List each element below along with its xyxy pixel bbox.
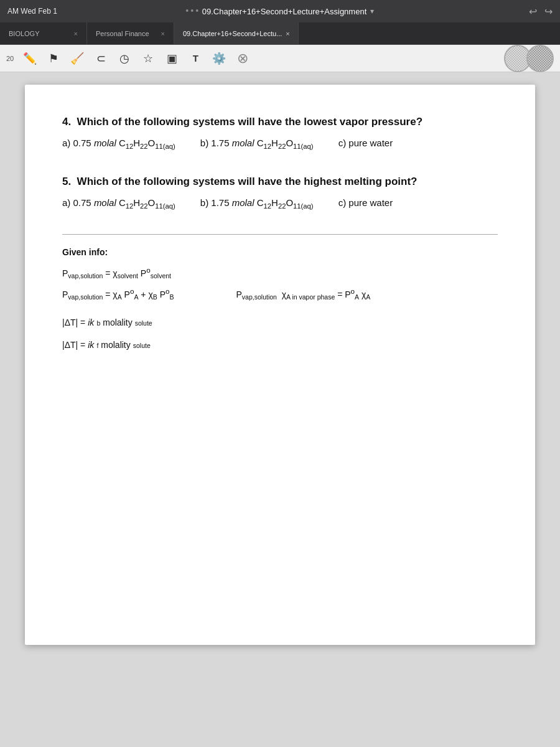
- q5-option-a: a) 0.75 molal C12H22O11(aq): [62, 195, 175, 212]
- clock-icon[interactable]: ◷: [114, 49, 134, 68]
- settings-icon[interactable]: ⚙️: [209, 49, 229, 68]
- formula-1: Pvap,solution = χsolvent Posolvent: [62, 266, 171, 280]
- question-4-title: 4. Which of the following systems will h…: [62, 115, 498, 129]
- title-chevron[interactable]: ▾: [370, 7, 374, 16]
- question-5: 5. Which of the following systems will h…: [62, 174, 498, 212]
- formula-2-left: Pvap,solution = χA PoA + χB PoB: [62, 287, 174, 301]
- document-title: 09.Chapter+16+Second+Lecture+Assignment: [202, 7, 367, 16]
- delta-formulas: |ΔT| = ikb molalitysolute |ΔT| = ikf mol…: [62, 314, 498, 354]
- section-divider: [62, 234, 498, 235]
- menu-bar-left: AM Wed Feb 1: [7, 7, 57, 16]
- question-4-options: a) 0.75 molal C12H22O11(aq) b) 1.75 mola…: [62, 136, 498, 152]
- pencil-icon[interactable]: ✏️: [20, 49, 40, 68]
- tab-chapter16-label: 09.Chapter+16+Second+Lectu...: [183, 30, 282, 37]
- formula-1-block: Pvap,solution = χsolvent Posolvent: [62, 266, 498, 280]
- menu-bar: AM Wed Feb 1 09.Chapter+16+Second+Lectur…: [0, 0, 560, 22]
- star-icon[interactable]: ⚑: [44, 49, 63, 68]
- tab-chapter16-close[interactable]: ×: [286, 30, 289, 37]
- tab-biology-label: BIOLOGY: [9, 30, 40, 37]
- tab-biology[interactable]: BIOLOGY ×: [0, 22, 87, 44]
- page-number: 20: [6, 55, 14, 62]
- given-info-section: Given info: Pvap,solution = χsolvent Pos…: [62, 247, 498, 354]
- menu-dots: [186, 9, 198, 12]
- eraser-icon[interactable]: 🧹: [67, 49, 87, 68]
- q5-option-b: b) 1.75 molal C12H22O11(aq): [200, 195, 314, 212]
- menu-dot-1: [186, 9, 189, 12]
- tab-bar: BIOLOGY × Personal Finance × 09.Chapter+…: [0, 22, 560, 45]
- question-4: 4. Which of the following systems will h…: [62, 115, 498, 152]
- given-info-title: Given info:: [62, 247, 498, 257]
- circle-x-icon[interactable]: ⊗: [233, 49, 253, 68]
- menu-bar-right: ↩ ↪: [529, 6, 553, 17]
- image-icon[interactable]: ▣: [162, 49, 182, 68]
- back-button[interactable]: ↩: [529, 6, 537, 17]
- delta-tf-row: |ΔT| = ikf molalitysolute: [62, 336, 498, 354]
- delta-tb-row: |ΔT| = ikb molalitysolute: [62, 314, 498, 331]
- bookmark-icon[interactable]: ☆: [138, 49, 158, 68]
- avatar-2: [526, 45, 554, 72]
- tab-personal-finance[interactable]: Personal Finance ×: [87, 22, 174, 44]
- q4-option-b: b) 1.75 molal C12H22O11(aq): [200, 136, 314, 152]
- question-5-options: a) 0.75 molal C12H22O11(aq) b) 1.75 mola…: [62, 195, 498, 212]
- formula-1-text: Pvap,solution = χsolvent Posolvent: [62, 266, 171, 280]
- q4-option-c: c) pure water: [338, 136, 393, 151]
- menu-dot-2: [191, 9, 194, 12]
- q5-option-c: c) pure water: [338, 195, 393, 210]
- text-icon[interactable]: T: [185, 49, 205, 68]
- toolbar: 20 ✏️ ⚑ 🧹 ⊂ ◷ ☆ ▣ T ⚙️ ⊗: [0, 45, 560, 72]
- menu-bar-center: 09.Chapter+16+Second+Lecture+Assignment …: [186, 7, 375, 16]
- tab-biology-close[interactable]: ×: [74, 30, 78, 37]
- datetime: AM Wed Feb 1: [7, 7, 57, 16]
- formula-2-block: Pvap,solution = χA PoA + χB PoB Pvap,sol…: [62, 287, 498, 301]
- question-5-title: 5. Which of the following systems will h…: [62, 174, 498, 189]
- formula-2-right: Pvap,solution χA in vapor phase = PoA χA: [236, 287, 371, 301]
- tab-chapter16[interactable]: 09.Chapter+16+Second+Lectu... ×: [174, 22, 299, 44]
- main-content: 4. Which of the following systems will h…: [0, 72, 560, 747]
- menu-dot-3: [196, 9, 198, 12]
- q4-option-a: a) 0.75 molal C12H22O11(aq): [62, 136, 175, 152]
- forward-button[interactable]: ↪: [544, 6, 553, 17]
- document-page: 4. Which of the following systems will h…: [25, 85, 535, 645]
- tab-personal-finance-label: Personal Finance: [96, 30, 149, 37]
- tab-personal-finance-close[interactable]: ×: [161, 30, 165, 37]
- lasso-icon[interactable]: ⊂: [91, 49, 111, 68]
